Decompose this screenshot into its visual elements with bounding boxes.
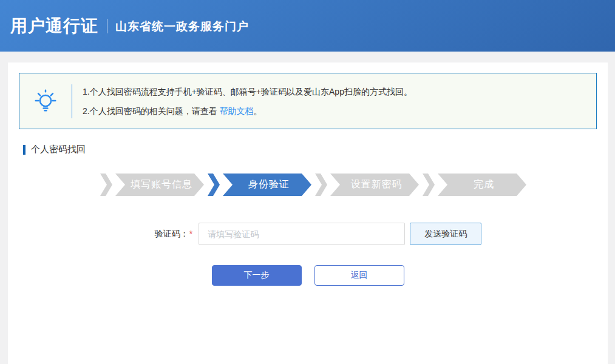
header-divider — [107, 19, 107, 33]
send-code-button[interactable]: 发送验证码 — [410, 223, 481, 245]
step-fill-account-info: 填写账号信息 — [100, 174, 208, 196]
content-card: 1.个人找回密码流程支持手机+验证码、邮箱号+验证码以及爱山东App扫脸的方式找… — [8, 62, 608, 364]
chevron-icon — [423, 174, 435, 196]
required-mark: * — [189, 229, 192, 238]
chevron-icon — [208, 174, 220, 196]
chevron-icon — [100, 174, 112, 196]
step-complete: 完成 — [423, 174, 530, 196]
header: 用户通行证 山东省统一政务服务门户 — [0, 0, 615, 52]
page-title: 个人密码找回 — [31, 144, 86, 155]
captcha-label: 验证码：* — [155, 229, 192, 240]
step-label: 完成 — [438, 174, 526, 196]
notice-line-2: 2.个人找回密码的相关问题，请查看 帮助文档。 — [83, 101, 412, 121]
lightbulb-icon — [19, 87, 72, 115]
portal-subtitle: 山东省统一政务服务门户 — [115, 18, 249, 35]
captcha-form-row: 验证码：* 发送验证码 — [19, 223, 597, 245]
steps-breadcrumb: 填写账号信息 身份验证 设置新密码 完成 — [19, 174, 597, 196]
captcha-input[interactable] — [199, 223, 405, 245]
notice-box: 1.个人找回密码流程支持手机+验证码、邮箱号+验证码以及爱山东App扫脸的方式找… — [19, 73, 597, 129]
step-set-new-password: 设置新密码 — [315, 174, 423, 196]
help-doc-link[interactable]: 帮助文档 — [220, 106, 254, 116]
step-label: 身份验证 — [223, 174, 311, 196]
step-label: 填写账号信息 — [115, 174, 204, 196]
step-identity-verification: 身份验证 — [208, 174, 315, 196]
step-label: 设置新密码 — [330, 174, 419, 196]
notice-text: 1.个人找回密码流程支持手机+验证码、邮箱号+验证码以及爱山东App扫脸的方式找… — [72, 82, 412, 121]
section-header: 个人密码找回 — [19, 144, 597, 155]
chevron-icon — [315, 174, 327, 196]
notice-line-1: 1.个人找回密码流程支持手机+验证码、邮箱号+验证码以及爱山东App扫脸的方式找… — [83, 82, 412, 101]
next-button[interactable]: 下一步 — [212, 265, 302, 286]
action-buttons: 下一步 返回 — [19, 265, 597, 286]
back-button[interactable]: 返回 — [314, 265, 404, 286]
app-title: 用户通行证 — [10, 15, 98, 38]
section-title-bar — [23, 145, 25, 155]
